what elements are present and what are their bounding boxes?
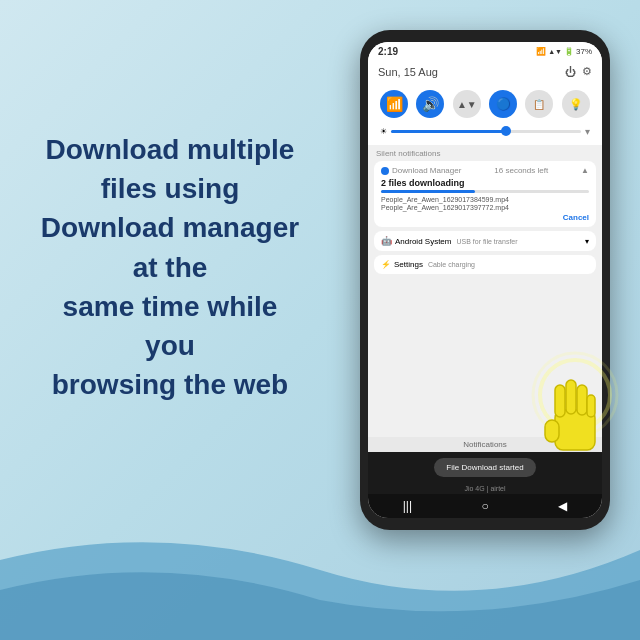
battery-level: 37% bbox=[576, 47, 592, 56]
silent-label: Silent notifications bbox=[374, 149, 596, 158]
date-row: Sun, 15 Aug ⏻ ⚙ bbox=[368, 61, 602, 84]
settings-notif-row: ⚡ Settings Cable charging bbox=[381, 260, 589, 269]
progress-fill bbox=[381, 190, 475, 193]
status-icons: 📶 ▲▼ 🔋 37% bbox=[536, 47, 592, 56]
svg-rect-3 bbox=[545, 420, 559, 442]
nav-bar: ||| ○ ◀ bbox=[368, 494, 602, 518]
svg-rect-5 bbox=[566, 380, 576, 414]
android-notif-row: 🤖 Android System USB for file transfer ▾ bbox=[381, 236, 589, 246]
data-toggle[interactable]: ▲▼ bbox=[453, 90, 481, 118]
download-title: 2 files downloading bbox=[381, 178, 589, 188]
settings-notif-icon: ⚡ bbox=[381, 260, 391, 269]
date-text: Sun, 15 Aug bbox=[378, 66, 438, 78]
nav-recents[interactable]: ||| bbox=[403, 499, 412, 513]
progress-bar bbox=[381, 190, 589, 193]
settings-notif-label: Settings bbox=[394, 260, 423, 269]
cancel-button[interactable]: Cancel bbox=[563, 213, 589, 222]
power-icon[interactable]: ⏻ bbox=[565, 66, 576, 78]
android-system-card[interactable]: 🤖 Android System USB for file transfer ▾ bbox=[374, 231, 596, 251]
wifi-toggle[interactable]: 📶 bbox=[380, 90, 408, 118]
quick-icons-row: 📶 🔊 ▲▼ 🔵 📋 💡 bbox=[376, 90, 594, 118]
text-line7: browsing the web bbox=[20, 365, 320, 404]
notif-app: Download Manager bbox=[381, 166, 461, 175]
svg-rect-7 bbox=[587, 395, 595, 417]
brightness-low-icon: ☀ bbox=[380, 127, 387, 136]
volume-toggle[interactable]: 🔊 bbox=[416, 90, 444, 118]
expand-icon[interactable]: ▾ bbox=[585, 126, 590, 137]
settings-card[interactable]: ⚡ Settings Cable charging bbox=[374, 255, 596, 274]
text-line3: Download manager bbox=[20, 208, 320, 247]
quick-settings: 📶 🔊 ▲▼ 🔵 📋 💡 ☀ ▾ bbox=[368, 84, 602, 145]
android-expand-icon[interactable]: ▾ bbox=[585, 237, 589, 246]
hand-cursor bbox=[530, 350, 630, 470]
carrier-bar: Jio 4G | airtel bbox=[368, 483, 602, 494]
brightness-bar[interactable] bbox=[391, 130, 581, 133]
svg-rect-6 bbox=[577, 385, 587, 415]
nav-back[interactable]: ◀ bbox=[558, 499, 567, 513]
notif-header: Download Manager 16 seconds left ▲ bbox=[381, 166, 589, 175]
settings-notif-detail: Cable charging bbox=[428, 261, 475, 268]
download-toast: File Download started bbox=[434, 458, 535, 477]
nav-home[interactable]: ○ bbox=[482, 499, 489, 513]
download-app-icon bbox=[381, 167, 389, 175]
file1-name: People_Are_Awen_1629017384599.mp4 bbox=[381, 196, 589, 203]
screenshot-toggle[interactable]: 📋 bbox=[525, 90, 553, 118]
settings-icon[interactable]: ⚙ bbox=[582, 65, 592, 78]
main-text: Download multiple files using Download m… bbox=[20, 130, 320, 404]
phone-container: 2:19 📶 ▲▼ 🔋 37% Sun, 15 Aug ⏻ ⚙ bbox=[360, 30, 610, 530]
text-line6: you bbox=[20, 326, 320, 365]
time-left: 16 seconds left bbox=[494, 166, 548, 175]
text-line5: same time while bbox=[20, 287, 320, 326]
carrier-text: Jio 4G | airtel bbox=[464, 485, 505, 492]
bottom-wave bbox=[0, 520, 640, 640]
file2-name: People_Are_Awen_1629017397772.mp4 bbox=[381, 204, 589, 211]
android-icon: 🤖 bbox=[381, 236, 392, 246]
text-line2: files using bbox=[20, 169, 320, 208]
download-app-name: Download Manager bbox=[392, 166, 461, 175]
brightness-row: ☀ ▾ bbox=[376, 124, 594, 139]
android-detail: USB for file transfer bbox=[456, 238, 517, 245]
status-bar: 2:19 📶 ▲▼ 🔋 37% bbox=[368, 42, 602, 61]
brightness-fill bbox=[391, 130, 505, 133]
notifications-label: Notifications bbox=[463, 440, 507, 449]
svg-rect-4 bbox=[555, 385, 565, 417]
download-manager-card[interactable]: Download Manager 16 seconds left ▲ 2 fil… bbox=[374, 161, 596, 227]
collapse-icon[interactable]: ▲ bbox=[581, 166, 589, 175]
text-line4: at the bbox=[20, 248, 320, 287]
text-line1: Download multiple bbox=[20, 130, 320, 169]
cancel-row: Cancel bbox=[381, 213, 589, 222]
android-label: Android System bbox=[395, 237, 451, 246]
bluetooth-toggle[interactable]: 🔵 bbox=[489, 90, 517, 118]
flashlight-toggle[interactable]: 💡 bbox=[562, 90, 590, 118]
brightness-thumb bbox=[501, 126, 511, 136]
status-time: 2:19 bbox=[378, 46, 398, 57]
